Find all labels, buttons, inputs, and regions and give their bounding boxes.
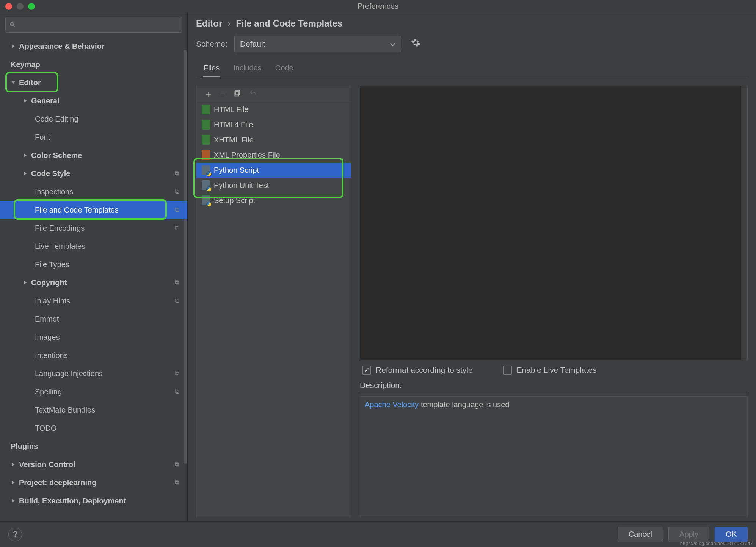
template-item-label: Python Script [214, 166, 259, 175]
template-item-setup-script[interactable]: Setup Script [196, 193, 351, 208]
template-list[interactable]: HTML FileHTML4 FileXHTML FileXML Propert… [196, 102, 351, 517]
chevron-right-icon [23, 280, 28, 285]
live-templates-checkbox[interactable]: Enable Live Templates [503, 366, 597, 375]
scheme-select[interactable]: Default [234, 36, 401, 52]
template-item-html4-file[interactable]: HTML4 File [196, 117, 351, 132]
tab-code[interactable]: Code [275, 61, 293, 77]
sidebar-item-copyright[interactable]: Copyright⧉ [0, 274, 187, 292]
sidebar-item-color-scheme[interactable]: Color Scheme [0, 146, 187, 164]
scheme-value: Default [240, 39, 265, 48]
template-item-python-script[interactable]: Python Script [196, 163, 351, 178]
template-item-label: HTML4 File [214, 120, 253, 129]
sidebar-item-code-style[interactable]: Code Style⧉ [0, 164, 187, 183]
sidebar-item-editor[interactable]: Editor [0, 73, 187, 92]
sidebar-item-keymap[interactable]: Keymap [0, 55, 187, 73]
sidebar-item-label: Spelling [35, 388, 62, 396]
svg-point-0 [10, 22, 14, 26]
remove-template-button[interactable]: − [221, 89, 226, 98]
gear-icon[interactable] [411, 38, 421, 50]
sidebar-item-intentions[interactable]: Intentions [0, 346, 187, 364]
chevron-right-icon [23, 171, 28, 176]
sidebar-item-label: Inlay Hints [35, 297, 70, 305]
sidebar-item-label: File Encodings [35, 224, 85, 233]
template-item-label: Setup Script [214, 196, 255, 205]
sidebar-item-file-and-code-templates[interactable]: File and Code Templates⧉ [0, 201, 187, 219]
live-templates-label: Enable Live Templates [517, 366, 597, 375]
sidebar-item-language-injections[interactable]: Language Injections⧉ [0, 364, 187, 383]
watermark-text: https://blog.csdn.net/u014071947 [680, 541, 753, 546]
sidebar-item-label: Intentions [35, 351, 68, 360]
template-item-html-file[interactable]: HTML File [196, 102, 351, 117]
sidebar-item-inlay-hints[interactable]: Inlay Hints⧉ [0, 292, 187, 310]
sidebar-item-build-execution-deployment[interactable]: Build, Execution, Deployment [0, 492, 187, 510]
template-item-label: HTML File [214, 105, 248, 114]
template-editor[interactable] [360, 86, 748, 360]
undo-button[interactable] [249, 89, 257, 98]
template-item-xhtml-file[interactable]: XHTML File [196, 132, 351, 147]
sidebar-item-plugins[interactable]: Plugins [0, 437, 187, 455]
scheme-label: Scheme: [196, 39, 227, 48]
sidebar-item-file-types[interactable]: File Types [0, 255, 187, 274]
titlebar: Preferences [0, 0, 756, 13]
sidebar-item-todo[interactable]: TODO [0, 419, 187, 437]
chevron-down-icon [11, 80, 16, 85]
template-item-xml-properties-file[interactable]: XML Properties File [196, 147, 351, 163]
sidebar-item-label: Plugins [11, 442, 38, 451]
sidebar-item-images[interactable]: Images [0, 328, 187, 346]
sidebar-item-inspections[interactable]: Inspections⧉ [0, 183, 187, 201]
sidebar-item-live-templates[interactable]: Live Templates [0, 237, 187, 255]
svg-rect-2 [236, 90, 240, 95]
ok-button[interactable]: OK [715, 527, 748, 542]
template-tabs: FilesIncludesCode [196, 61, 748, 77]
sidebar-item-version-control[interactable]: Version Control⧉ [0, 455, 187, 474]
search-icon [9, 21, 16, 30]
sidebar-item-emmet[interactable]: Emmet [0, 310, 187, 328]
sidebar-item-label: General [31, 97, 59, 105]
chevron-right-icon [11, 462, 16, 467]
sidebar-item-label: File and Code Templates [35, 206, 119, 214]
chevron-down-icon [390, 39, 395, 48]
apply-button[interactable]: Apply [668, 527, 709, 542]
sidebar-item-appearance-behavior[interactable]: Appearance & Behavior [0, 37, 187, 55]
file-icon [202, 150, 210, 160]
help-button[interactable]: ? [8, 528, 22, 541]
template-item-python-unit-test[interactable]: Python Unit Test [196, 178, 351, 193]
window-title: Preferences [0, 2, 756, 11]
sidebar-item-label: Project: deeplearning [19, 478, 97, 487]
category-tree[interactable]: Appearance & BehaviorKeymapEditorGeneral… [0, 37, 187, 521]
content-row: ＋ − HTML FileHTML4 Fi [196, 86, 748, 517]
main-panel: Editor › File and Code Templates Scheme:… [188, 13, 756, 521]
file-icon [202, 165, 210, 175]
reformat-checkbox[interactable]: Reformat according to style [362, 366, 473, 375]
sidebar-item-textmate-bundles[interactable]: TextMate Bundles [0, 401, 187, 419]
sidebar-item-project-deeplearning[interactable]: Project: deeplearning⧉ [0, 474, 187, 492]
sidebar-item-general[interactable]: General [0, 92, 187, 110]
breadcrumb-root[interactable]: Editor [196, 18, 222, 29]
template-list-toolbar: ＋ − [196, 86, 351, 102]
add-template-button[interactable]: ＋ [204, 89, 213, 98]
body: Appearance & BehaviorKeymapEditorGeneral… [0, 13, 756, 521]
sidebar-item-label: Font [35, 133, 50, 142]
file-icon [202, 195, 210, 205]
override-icon: ⧉ [175, 279, 179, 286]
sidebar-item-label: Build, Execution, Deployment [19, 497, 126, 505]
sidebar-item-file-encodings[interactable]: File Encodings⧉ [0, 219, 187, 237]
apache-velocity-link[interactable]: Apache Velocity [365, 400, 419, 409]
sidebar-item-code-editing[interactable]: Code Editing [0, 110, 187, 128]
sidebar-item-label: File Types [35, 260, 69, 269]
cancel-button[interactable]: Cancel [618, 527, 663, 542]
override-icon: ⧉ [175, 479, 179, 486]
sidebar-item-label: TextMate Bundles [35, 406, 95, 414]
search-input[interactable] [5, 17, 182, 33]
scheme-row: Scheme: Default [196, 36, 748, 52]
copy-template-button[interactable] [234, 89, 241, 98]
override-icon: ⧉ [175, 297, 179, 304]
editor-scrollbar[interactable] [741, 86, 747, 360]
sidebar-item-spelling[interactable]: Spelling⧉ [0, 383, 187, 401]
tab-files[interactable]: Files [204, 61, 220, 77]
sidebar-item-label: Live Templates [35, 242, 85, 251]
file-icon [202, 120, 210, 130]
tab-includes[interactable]: Includes [233, 61, 262, 77]
file-icon [202, 105, 210, 114]
sidebar-item-font[interactable]: Font [0, 128, 187, 146]
